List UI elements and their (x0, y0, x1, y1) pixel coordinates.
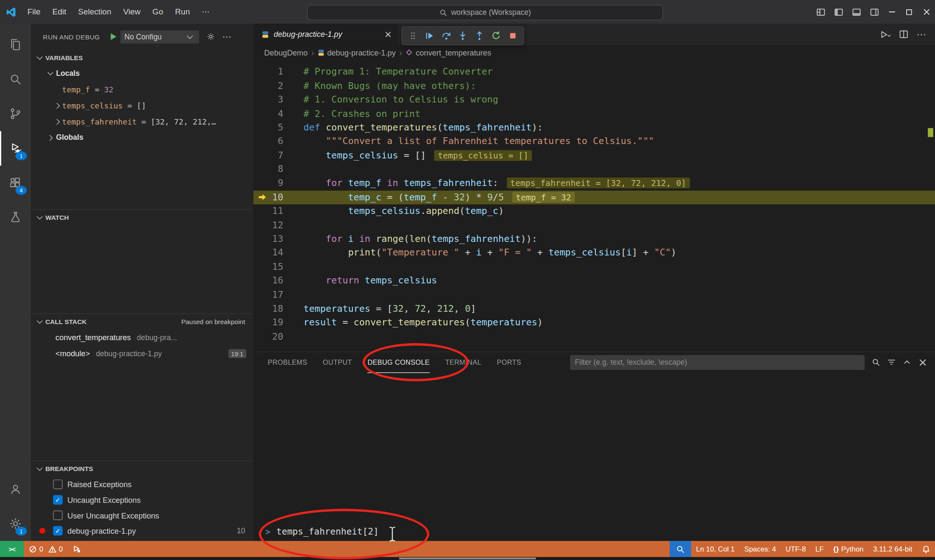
run-python-file-icon[interactable] (878, 27, 893, 42)
code-line-2[interactable]: 2# Known Bugs (may have others): (253, 79, 935, 93)
stop-button[interactable] (504, 28, 521, 44)
maximize-panel-chevron-icon[interactable] (899, 355, 915, 370)
menu-file[interactable]: File (22, 0, 47, 24)
menu-run[interactable]: Run (169, 0, 196, 24)
step-out-button[interactable] (471, 28, 487, 44)
restart-button[interactable] (488, 28, 504, 44)
code-line-10[interactable]: 10 temp_c = (temp_f - 32) * 9/5temp_f = … (253, 191, 935, 205)
editor-tab[interactable]: debug-practice-1.py ✕ (253, 24, 398, 45)
toggle-panel-icon[interactable] (847, 0, 865, 24)
search-sidebar-icon[interactable] (0, 62, 31, 97)
menu-go[interactable]: Go (147, 0, 169, 24)
code-line-12[interactable]: 12 (253, 219, 935, 233)
encoding[interactable]: UTF-8 (781, 541, 810, 557)
breadcrumb-convert-temperatures[interactable]: convert_temperatures (406, 48, 491, 57)
testing-icon[interactable] (0, 200, 31, 235)
panel-tab-output[interactable]: OUTPUT (323, 352, 352, 373)
debug-config-dropdown[interactable]: No Configu (120, 30, 199, 44)
code-line-8[interactable]: 8 (253, 163, 935, 177)
debug-console-input-row[interactable]: > temps_fahrenheit[2] (253, 522, 935, 541)
cursor-position[interactable]: Ln 10, Col 1 (691, 541, 740, 557)
variable-temp-f[interactable]: temp_f = 32 (31, 81, 253, 97)
settings-gear-icon[interactable]: 1 (0, 506, 31, 541)
menu-edit[interactable]: Edit (46, 0, 72, 24)
panel-tab-terminal[interactable]: TERMINAL (445, 352, 481, 373)
breakpoint-raised-exceptions[interactable]: Raised Exceptions (31, 477, 253, 493)
breakpoints-section-header[interactable]: BREAKPOINTS (31, 461, 253, 477)
filter-lines-icon[interactable] (884, 355, 899, 370)
code-line-7[interactable]: 7 temps_celsius = []temps_celsius = [] (253, 149, 935, 163)
code-line-16[interactable]: 16 return temps_celsius (253, 274, 935, 288)
continue-button[interactable] (421, 28, 437, 44)
code-line-19[interactable]: 19result = convert_temperatures(temperat… (253, 316, 935, 330)
window-close-button[interactable] (918, 0, 935, 24)
breakpoint-uncaught-exceptions[interactable]: ✓Uncaught Exceptions (31, 492, 253, 508)
split-editor-icon[interactable] (896, 27, 911, 42)
debug-status-icon[interactable] (68, 541, 86, 557)
code-editor[interactable]: 1# Program 1: Temperature Converter2# Kn… (253, 61, 935, 352)
code-line-3[interactable]: 3# 1. Conversion to Celsius is wrong (253, 93, 935, 107)
call-stack-section-header[interactable]: CALL STACK Paused on breakpoint (31, 314, 253, 330)
panel-tab-problems[interactable]: PROBLEMS (268, 352, 307, 373)
panel-search-icon[interactable] (868, 355, 884, 370)
zoom-indicator-icon[interactable] (670, 541, 691, 557)
language-mode[interactable]: {} Python (829, 541, 868, 557)
notifications-bell-icon[interactable] (917, 541, 935, 557)
variable-temps-fahrenheit[interactable]: temps_fahrenheit = [32, 72, 212,… (31, 114, 253, 130)
stack-frame-module[interactable]: <module>debug-practice-1.py19:1 (31, 346, 253, 362)
code-line-9[interactable]: 9 for temp_f in temps_fahrenheit:temps_f… (253, 177, 935, 191)
window-maximize-button[interactable] (900, 0, 918, 24)
drag-handle-icon[interactable] (404, 28, 421, 44)
checkbox[interactable] (53, 511, 63, 521)
breakpoint-user-uncaught-exceptions[interactable]: User Uncaught Exceptions (31, 508, 253, 524)
debug-settings-gear-icon[interactable] (206, 33, 215, 42)
step-into-button[interactable] (454, 28, 471, 44)
debug-console-output[interactable] (253, 372, 935, 522)
breadcrumb-debug-practice-1-py[interactable]: debug-practice-1.py (317, 48, 395, 57)
accounts-icon[interactable] (0, 472, 31, 507)
indentation[interactable]: Spaces: 4 (740, 541, 781, 557)
step-over-button[interactable] (438, 28, 454, 44)
code-line-18[interactable]: 18temperatures = [32, 72, 212, 0] (253, 302, 935, 316)
stack-frame-convert-temperatures[interactable]: convert_temperaturesdebug-pra... (31, 330, 253, 346)
source-control-icon[interactable] (0, 97, 31, 131)
watch-section-header[interactable]: WATCH (31, 210, 253, 225)
extensions-icon[interactable]: 4 (0, 166, 31, 200)
scope-globals[interactable]: Globals (31, 130, 253, 146)
code-line-11[interactable]: 11 temps_celsius.append(temp_c) (253, 205, 935, 219)
problems-status[interactable]: 0 0 (24, 541, 67, 557)
variable-temps-celsius[interactable]: temps_celsius = [] (31, 97, 253, 114)
window-minimize-button[interactable] (883, 0, 901, 24)
remote-indicator[interactable]: >< (0, 541, 24, 557)
editor-more-actions-icon[interactable]: ⋯ (913, 27, 929, 42)
code-line-20[interactable]: 20 (253, 330, 935, 344)
toggle-primary-sidebar-icon[interactable] (829, 0, 847, 24)
panel-tab-ports[interactable]: PORTS (497, 352, 521, 373)
variables-section-header[interactable]: VARIABLES (31, 50, 253, 66)
breakpoint-debug-practice-1-py[interactable]: ✓debug-practice-1.py10 (31, 523, 253, 539)
code-line-13[interactable]: 13 for i in range(len(temps_fahrenheit))… (253, 233, 935, 247)
toggle-secondary-sidebar-icon[interactable] (865, 0, 883, 24)
checkbox[interactable] (53, 480, 63, 490)
run-and-debug-icon[interactable]: 1 (0, 131, 31, 166)
customize-layout-icon[interactable] (812, 0, 829, 24)
panel-tab-debug-console[interactable]: DEBUG CONSOLE (367, 352, 430, 373)
breadcrumb-debugdemo[interactable]: DebugDemo (264, 48, 308, 57)
close-panel-icon[interactable] (915, 355, 930, 370)
explorer-icon[interactable] (0, 28, 31, 62)
code-line-17[interactable]: 17 (253, 288, 935, 302)
code-line-4[interactable]: 4# 2. Crashes on print (253, 107, 935, 121)
tab-close-icon[interactable]: ✕ (384, 29, 392, 40)
start-debugging-icon[interactable] (108, 33, 117, 42)
eol-sequence[interactable]: LF (811, 541, 829, 557)
code-line-6[interactable]: 6 """Convert a list of Fahrenheit temper… (253, 135, 935, 149)
command-center-search[interactable]: workspace (Workspace) (307, 5, 663, 20)
debug-console-input[interactable]: temps_fahrenheit[2] (276, 526, 378, 537)
menu-item[interactable]: ⋯ (196, 0, 216, 24)
code-line-1[interactable]: 1# Program 1: Temperature Converter (253, 65, 935, 79)
python-interpreter[interactable]: 3.11.2 64-bit (868, 541, 917, 557)
checkbox[interactable]: ✓ (53, 526, 63, 536)
views-more-actions-icon[interactable]: ⋯ (222, 31, 232, 42)
code-line-14[interactable]: 14 print("Temperature " + i + "F = " + t… (253, 246, 935, 260)
debug-console-filter-input[interactable] (570, 355, 865, 370)
